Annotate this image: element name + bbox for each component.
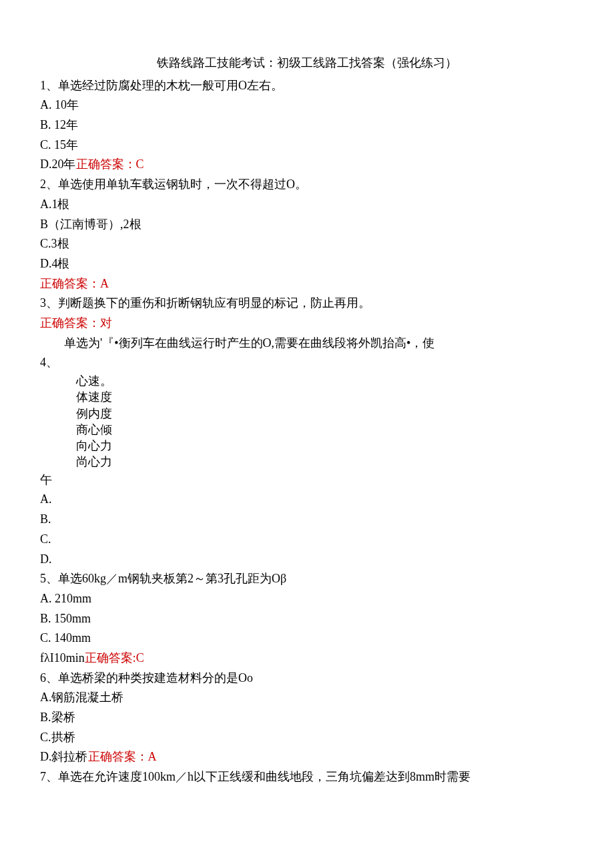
q2-option-b: B（江南博哥）,2根 — [40, 215, 574, 235]
q4-vertical-text: 心速。 体速度 例内度 商心倾 向心力 尚心力 — [40, 373, 574, 470]
q5-option-c: C. 140mm — [40, 628, 574, 648]
document-title: 铁路线路工技能考试：初级工线路工找答案（强化练习） — [40, 53, 574, 73]
q1-option-b: B. 12年 — [40, 115, 574, 135]
q2-stem: 2、单选使用单轨车载运钢轨时，一次不得超过O。 — [40, 175, 574, 195]
q5-option-b: B. 150mm — [40, 609, 574, 629]
q4-vline-4: 商心倾 — [76, 422, 574, 438]
q4-stem-line1: 单选为'『•衡列车在曲线运行时产生的O,需要在曲线段将外凯抬高•，使 — [40, 334, 574, 354]
q4-vline-1: 心速。 — [76, 373, 574, 389]
q4-option-d: D. — [40, 550, 574, 570]
q6-option-c: C.拱桥 — [40, 728, 574, 748]
q4-vline-2: 体速度 — [76, 389, 574, 405]
q4-number: 4、 — [40, 353, 574, 373]
q6-stem: 6、单选桥梁的种类按建造材料分的是Oo — [40, 669, 574, 689]
q1-option-d-text: D.20年 — [40, 157, 76, 171]
q7-stem: 7、单选在允许速度100km／h以下正线缓和曲线地段，三角坑偏差达到8mm时需要 — [40, 767, 574, 787]
q2-option-a: A.1根 — [40, 195, 574, 215]
q2-option-d: D.4根 — [40, 254, 574, 274]
q5-option-d-text: fλI10min — [40, 651, 85, 665]
q6-option-d-text: D.斜拉桥 — [40, 750, 88, 763]
q5-option-d-line: fλI10min正确答案:C — [40, 648, 574, 669]
q6-option-b: B.梁桥 — [40, 708, 574, 728]
q2-answer: 正确答案：A — [40, 274, 574, 294]
q3-answer: 正确答案：对 — [40, 314, 574, 334]
q2-option-c: C.3根 — [40, 234, 574, 254]
q6-answer: 正确答案：A — [88, 750, 157, 763]
q4-option-a: A. — [40, 490, 574, 510]
q5-option-a: A. 210mm — [40, 589, 574, 609]
q6-option-d-line: D.斜拉桥正确答案：A — [40, 747, 574, 767]
q4-option-b: B. — [40, 510, 574, 530]
q4-vline-6: 尚心力 — [76, 454, 574, 470]
q5-stem: 5、单选60kg／m钢轨夹板第2～第3孔孔距为Oβ — [40, 569, 574, 589]
q4-vline-3: 例内度 — [76, 406, 574, 422]
q4-option-c: C. — [40, 530, 574, 550]
q4-wu: 午 — [40, 470, 574, 490]
q1-option-d-line: D.20年正确答案：C — [40, 155, 574, 175]
q4-vline-5: 向心力 — [76, 438, 574, 454]
q1-option-a: A. 10年 — [40, 95, 574, 115]
q5-answer: 正确答案:C — [85, 651, 144, 665]
q1-answer: 正确答案：C — [76, 157, 144, 171]
q3-stem: 3、判断题换下的重伤和折断钢轨应有明显的标记，防止再用。 — [40, 294, 574, 314]
q1-stem: 1、单选经过防腐处理的木枕一般可用O左右。 — [40, 76, 574, 96]
q6-option-a: A.钢筋混凝土桥 — [40, 688, 574, 708]
q1-option-c: C. 15年 — [40, 135, 574, 155]
